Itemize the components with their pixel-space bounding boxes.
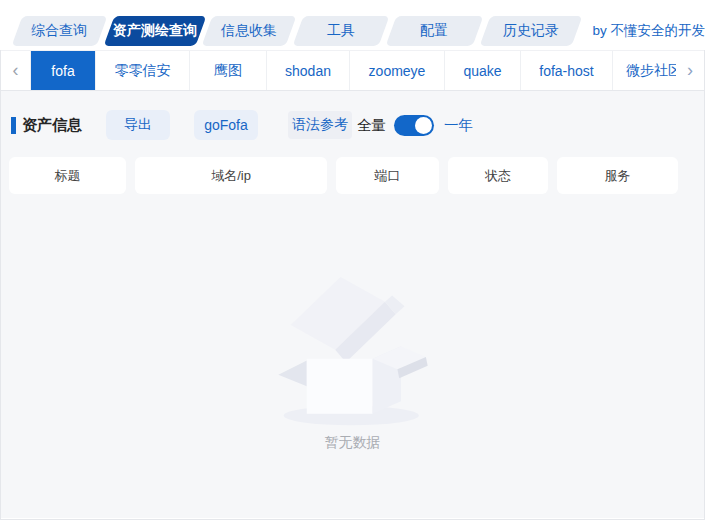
one-year-label: 一年 xyxy=(444,116,473,135)
main-panel: ‹ fofa 零零信安 鹰图 shodan zoomeye quake fofa… xyxy=(0,50,705,520)
tab-tools[interactable]: 工具 xyxy=(293,16,390,46)
chevron-right-icon[interactable]: › xyxy=(676,51,704,90)
subtab-weibu[interactable]: 微步社区 xyxy=(613,51,676,90)
subtab-quake[interactable]: quake xyxy=(445,51,521,90)
empty-state: 暂无数据 xyxy=(1,268,704,452)
column-header-service[interactable]: 服务 xyxy=(557,157,678,194)
engine-tab-bar: ‹ fofa 零零信安 鹰图 shodan zoomeye quake fofa… xyxy=(1,50,704,91)
subtab-00sec[interactable]: 零零信安 xyxy=(96,51,190,90)
tab-history[interactable]: 历史记录 xyxy=(479,16,582,46)
subtab-yingtu[interactable]: 鹰图 xyxy=(190,51,267,90)
section-marker xyxy=(11,117,16,134)
main-tab-bar: 综合查询 资产测绘查询 信息收集 工具 配置 历史记录 by 不懂安全的开发 xyxy=(0,0,705,50)
column-header-status[interactable]: 状态 xyxy=(448,157,548,194)
tab-label: 信息收集 xyxy=(221,22,277,40)
subtab-fofa-host[interactable]: fofa-host xyxy=(521,51,613,90)
tab-label: 综合查询 xyxy=(31,22,87,40)
toggle-knob xyxy=(415,117,432,134)
tab-info-collection[interactable]: 信息收集 xyxy=(202,16,297,46)
column-header-domain-ip[interactable]: 域名/ip xyxy=(135,157,327,194)
asset-toolbar: 资产信息 导出 goFofa 语法参考 全量 一年 xyxy=(1,91,704,140)
empty-state-text: 暂无数据 xyxy=(325,434,381,452)
table-header-row: 标题 域名/ip 端口 状态 服务 xyxy=(9,157,680,194)
tab-config[interactable]: 配置 xyxy=(386,16,484,46)
chevron-left-icon[interactable]: ‹ xyxy=(1,51,30,90)
full-quantity-label: 全量 xyxy=(357,116,386,135)
author-byline: by 不懂安全的开发 xyxy=(592,22,705,40)
tab-asset-mapping-query[interactable]: 资产测绘查询 xyxy=(103,16,206,46)
gofofa-button[interactable]: goFofa xyxy=(194,110,258,140)
tab-label: 资产测绘查询 xyxy=(113,22,197,40)
empty-box-illustration xyxy=(262,268,444,428)
tab-label: 配置 xyxy=(421,22,449,40)
syntax-reference-button[interactable]: 语法参考 xyxy=(288,111,352,139)
full-toggle-switch[interactable] xyxy=(394,115,434,136)
column-header-port[interactable]: 端口 xyxy=(336,157,439,194)
subtab-zoomeye[interactable]: zoomeye xyxy=(350,51,445,90)
tab-composite-query[interactable]: 综合查询 xyxy=(12,16,108,46)
app-window: 综合查询 资产测绘查询 信息收集 工具 配置 历史记录 by 不懂安全的开发 ‹… xyxy=(0,0,705,531)
content-area: 资产信息 导出 goFofa 语法参考 全量 一年 标题 域名/ip 端口 状态… xyxy=(1,91,704,518)
tab-label: 历史记录 xyxy=(503,22,559,40)
subtab-fofa[interactable]: fofa xyxy=(30,51,96,90)
tab-label: 工具 xyxy=(327,22,355,40)
export-button[interactable]: 导出 xyxy=(106,110,170,140)
section-title: 资产信息 xyxy=(22,116,82,135)
column-header-title[interactable]: 标题 xyxy=(9,157,126,194)
subtab-shodan[interactable]: shodan xyxy=(267,51,350,90)
